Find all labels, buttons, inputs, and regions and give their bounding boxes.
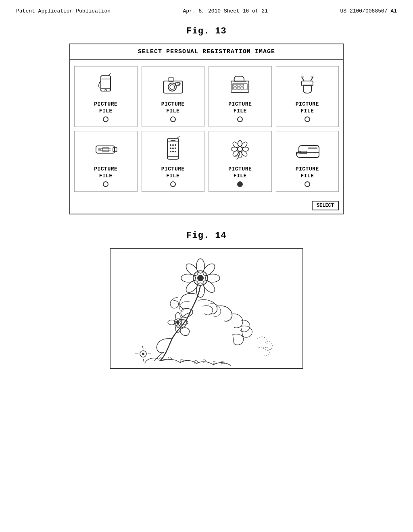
icon-area-1 bbox=[77, 71, 135, 99]
svg-point-40 bbox=[172, 151, 174, 152]
svg-point-57 bbox=[197, 275, 204, 281]
icon-area-7 bbox=[211, 135, 269, 164]
cell-6-label: PICTUREFILE bbox=[161, 166, 185, 180]
cell-5-label: PICTUREFILE bbox=[94, 166, 117, 180]
svg-point-36 bbox=[170, 148, 171, 149]
dialog-bottom-row: SELECT bbox=[70, 198, 343, 214]
svg-point-65 bbox=[184, 278, 200, 295]
svg-point-35 bbox=[175, 144, 176, 146]
svg-line-42 bbox=[177, 136, 179, 138]
fig14-title: Fig. 14 bbox=[16, 231, 397, 241]
flower-small-icon bbox=[228, 137, 252, 162]
svg-point-44 bbox=[238, 140, 242, 147]
cell-4-radio[interactable] bbox=[305, 116, 310, 124]
fig14-flower-svg bbox=[120, 254, 293, 363]
cell-8-label: PICTUREFILE bbox=[296, 166, 319, 180]
usb-icon bbox=[93, 139, 119, 160]
cell-5-radio[interactable] bbox=[103, 181, 108, 189]
stapler-icon bbox=[293, 139, 321, 160]
fig13-title: Fig. 13 bbox=[16, 26, 397, 36]
dialog-header: SELECT PERSONAL REGISTRATION IMAGE bbox=[70, 44, 343, 60]
svg-point-3 bbox=[105, 89, 106, 91]
svg-point-63 bbox=[201, 278, 217, 295]
icon-area-6 bbox=[144, 135, 202, 164]
cell-3-radio[interactable] bbox=[237, 116, 243, 124]
svg-point-73 bbox=[142, 353, 144, 355]
icon-area-4 bbox=[279, 71, 336, 99]
svg-point-70 bbox=[168, 320, 176, 325]
svg-rect-15 bbox=[241, 84, 244, 86]
fax-icon bbox=[228, 73, 252, 96]
svg-rect-16 bbox=[234, 87, 236, 89]
svg-point-7 bbox=[170, 85, 175, 89]
icon-area-3 bbox=[211, 71, 269, 99]
svg-point-64 bbox=[201, 262, 217, 278]
svg-point-62 bbox=[184, 262, 200, 278]
header-left: Patent Application Publication bbox=[16, 8, 111, 14]
svg-point-37 bbox=[172, 148, 174, 149]
svg-point-43 bbox=[238, 147, 242, 152]
svg-point-46 bbox=[231, 147, 238, 151]
svg-point-6 bbox=[168, 83, 176, 91]
svg-rect-17 bbox=[237, 87, 240, 89]
select-image-dialog: SELECT PERSONAL REGISTRATION IMAGE PICTU… bbox=[69, 44, 344, 214]
phone-icon bbox=[94, 73, 118, 97]
image-grid: PICTUREFILE bbox=[70, 60, 343, 198]
svg-rect-13 bbox=[234, 84, 236, 86]
grid-cell-3[interactable]: PICTUREFILE bbox=[209, 66, 272, 127]
cell-8-radio[interactable] bbox=[305, 181, 310, 189]
icon-area-2 bbox=[144, 71, 202, 99]
cell-3-label: PICTUREFILE bbox=[228, 101, 252, 115]
icon-area-5 bbox=[77, 135, 135, 164]
icon-area-8 bbox=[279, 135, 336, 164]
cell-2-label: PICTUREFILE bbox=[161, 101, 185, 115]
cell-2-radio[interactable] bbox=[170, 116, 176, 124]
select-button[interactable]: SELECT bbox=[312, 201, 339, 210]
svg-point-39 bbox=[170, 151, 171, 152]
svg-rect-18 bbox=[241, 87, 244, 89]
grid-cell-1[interactable]: PICTUREFILE bbox=[74, 66, 138, 127]
svg-point-41 bbox=[175, 151, 176, 152]
cell-1-label: PICTUREFILE bbox=[94, 101, 117, 115]
svg-rect-14 bbox=[237, 84, 240, 86]
svg-point-34 bbox=[172, 144, 174, 146]
fig14-image-box bbox=[110, 248, 303, 369]
svg-point-67 bbox=[176, 321, 179, 324]
grid-cell-2[interactable]: PICTUREFILE bbox=[142, 66, 205, 127]
svg-point-38 bbox=[175, 148, 176, 149]
clip-icon bbox=[295, 73, 319, 96]
svg-point-68 bbox=[175, 312, 180, 320]
svg-point-47 bbox=[242, 147, 249, 151]
grid-cell-7[interactable]: PICTUREFILE bbox=[209, 131, 272, 192]
patent-header: Patent Application Publication Apr. 8, 2… bbox=[16, 8, 397, 14]
grid-cell-5[interactable]: PICTUREFILE bbox=[74, 131, 138, 192]
svg-point-33 bbox=[170, 144, 171, 146]
svg-rect-11 bbox=[231, 81, 249, 92]
cell-1-radio[interactable] bbox=[103, 116, 108, 124]
header-center: Apr. 8, 2010 Sheet 16 of 21 bbox=[183, 8, 268, 14]
cell-4-label: PICTUREFILE bbox=[296, 101, 319, 115]
grid-cell-6[interactable]: PICTUREFILE bbox=[142, 131, 205, 192]
grid-cell-8[interactable]: PICTUREFILE bbox=[276, 131, 339, 192]
camera-icon bbox=[161, 74, 185, 96]
cell-7-radio[interactable] bbox=[237, 181, 243, 189]
cell-6-radio[interactable] bbox=[170, 181, 176, 189]
mobile-icon bbox=[163, 136, 183, 162]
header-right: US 2100/0088507 A1 bbox=[340, 8, 397, 14]
grid-cell-4[interactable]: PICTUREFILE bbox=[276, 66, 339, 127]
cell-7-label: PICTUREFILE bbox=[228, 166, 252, 180]
